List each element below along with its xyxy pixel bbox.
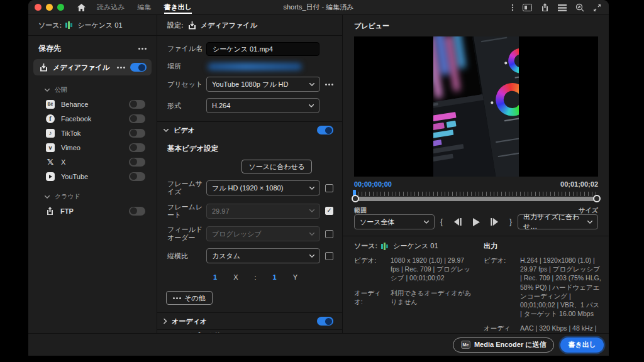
out-point-handle[interactable] xyxy=(593,195,601,202)
source-video-info: 1080 x 1920 (1.0) | 29.97 fps | Rec. 709… xyxy=(391,256,472,283)
frame-size-checkbox[interactable] xyxy=(325,184,333,192)
aspect-ratio-dropdown[interactable]: カスタム xyxy=(206,248,320,263)
preset-dropdown[interactable]: YouTube 1080p フル HD xyxy=(206,77,320,92)
location-link-redacted[interactable] xyxy=(208,63,302,70)
transport-controls: { } xyxy=(435,217,518,226)
sequence-icon xyxy=(381,243,389,250)
frame-rate-checkbox[interactable] xyxy=(325,207,333,215)
publish-group-header[interactable]: 公開 xyxy=(28,77,157,97)
send-to-media-encoder-button[interactable]: Media Encoder に送信 xyxy=(453,337,555,353)
match-source-button[interactable]: ソースに合わせる xyxy=(242,160,312,173)
tiktok-toggle[interactable] xyxy=(129,129,145,138)
more-dots-icon xyxy=(173,297,181,299)
home-icon xyxy=(77,4,86,11)
timecode-row: 00;00;00;00 00;01;00;02 xyxy=(354,180,598,188)
frame-rate-dropdown[interactable]: 29.97 xyxy=(206,204,320,219)
close-window-button[interactable] xyxy=(35,4,42,11)
premiere-export-window: 読み込み 編集 書き出し shorts_日付 - 編集済み xyxy=(28,0,609,356)
format-dropdown[interactable]: H.264 xyxy=(206,98,319,113)
ftp-toggle[interactable] xyxy=(129,207,145,216)
vimeo-toggle[interactable] xyxy=(129,143,145,152)
timeline-ruler[interactable] xyxy=(354,192,598,196)
youtube-toggle[interactable] xyxy=(129,172,145,181)
chevron-down-icon xyxy=(309,187,314,190)
queue-list-icon[interactable] xyxy=(558,4,567,11)
chevron-down-icon xyxy=(309,83,314,86)
facebook-label: Facebook xyxy=(61,115,123,123)
field-order-checkbox[interactable] xyxy=(325,230,333,238)
set-out-point-icon[interactable]: } xyxy=(509,217,512,226)
zoom-window-button[interactable] xyxy=(57,4,64,11)
vimeo-icon xyxy=(46,143,55,152)
aspect-y-input[interactable]: 1 xyxy=(273,273,277,281)
media-file-label: メディアファイル xyxy=(53,63,112,72)
range-dropdown[interactable]: ソース全体 xyxy=(354,214,435,229)
tab-edit[interactable]: 編集 xyxy=(138,0,152,14)
preview-panel: プレビュー xyxy=(343,15,609,333)
chevron-down-icon xyxy=(164,129,169,132)
summary-source-label: ソース: xyxy=(354,241,377,251)
in-point-handle[interactable] xyxy=(352,195,359,202)
titlebar: 読み込み 編集 書き出し shorts_日付 - 編集済み xyxy=(28,0,609,15)
set-in-point-icon[interactable]: { xyxy=(440,217,443,226)
aspect-ratio-checkbox[interactable] xyxy=(325,252,333,260)
tab-import[interactable]: 読み込み xyxy=(97,0,125,14)
destination-behance[interactable]: Behance xyxy=(28,97,157,111)
play-icon[interactable] xyxy=(472,218,480,226)
video-toggle[interactable] xyxy=(317,126,333,134)
aspect-y-unit: Y xyxy=(293,273,297,281)
facebook-toggle[interactable] xyxy=(129,114,145,123)
current-timecode: 00;00;00;00 xyxy=(354,180,392,188)
youtube-label: YouTube xyxy=(61,173,123,180)
size-value: 出力サイズに合わせ… xyxy=(523,212,587,231)
home-button[interactable] xyxy=(77,4,86,11)
destination-tiktok[interactable]: TikTok xyxy=(28,126,157,140)
progressive-zoom-icon[interactable] xyxy=(575,3,584,12)
audio-section-row[interactable]: オーディオ xyxy=(157,313,342,329)
zoom-size-dropdown[interactable]: 出力サイズに合わせ… xyxy=(518,214,598,229)
ftp-label: FTP xyxy=(60,207,123,215)
filename-row: ファイル名 xyxy=(157,42,342,56)
more-settings-button[interactable]: その他 xyxy=(166,291,213,305)
kebab-menu-icon[interactable] xyxy=(511,4,514,11)
audio-section-label: オーディオ xyxy=(172,317,312,326)
media-file-more-icon[interactable] xyxy=(117,67,125,69)
location-row: 場所 xyxy=(157,62,342,70)
destination-ftp[interactable]: FTP xyxy=(28,204,157,218)
preset-more-icon[interactable] xyxy=(325,84,333,85)
media-file-toggle[interactable] xyxy=(130,63,147,72)
youtube-icon xyxy=(46,172,55,181)
export-button[interactable]: 書き出し xyxy=(560,337,604,353)
frame-size-dropdown[interactable]: フル HD (1920 × 1080) xyxy=(206,180,320,195)
tiktok-label: TikTok xyxy=(61,129,123,137)
media-encoder-icon xyxy=(461,341,470,349)
settings-destination-name: メディアファイル xyxy=(201,21,257,30)
behance-icon xyxy=(46,100,55,109)
range-scrubber[interactable] xyxy=(354,197,598,201)
destinations-sidebar: ソース: シーケンス 01 保存先 メディアファイル 公開 xyxy=(28,15,157,333)
audio-toggle[interactable] xyxy=(317,317,333,326)
destination-youtube[interactable]: YouTube xyxy=(28,169,157,184)
workspace-panel-icon[interactable] xyxy=(523,4,532,11)
field-order-dropdown[interactable]: プログレッシブ xyxy=(206,226,320,241)
source-label: ソース: xyxy=(38,21,62,30)
fullscreen-icon[interactable] xyxy=(593,4,601,12)
step-forward-icon[interactable] xyxy=(491,218,499,226)
aspect-ratio-row: 縦横比 カスタム xyxy=(157,248,342,263)
behance-toggle[interactable] xyxy=(129,100,145,109)
destination-vimeo[interactable]: Vimeo xyxy=(28,140,157,155)
share-export-icon[interactable] xyxy=(541,3,549,12)
destinations-more-icon[interactable] xyxy=(138,48,147,50)
cloud-group-header[interactable]: クラウド xyxy=(28,184,157,204)
x-toggle[interactable] xyxy=(129,158,145,167)
destination-media-file[interactable]: メディアファイル xyxy=(33,59,152,75)
video-section-row[interactable]: ビデオ xyxy=(157,122,342,138)
tab-export[interactable]: 書き出し xyxy=(164,0,192,14)
step-back-icon[interactable] xyxy=(453,218,462,226)
duration-timecode: 00;01;00;02 xyxy=(560,180,598,188)
destination-facebook[interactable]: Facebook xyxy=(28,111,157,126)
filename-input[interactable] xyxy=(206,42,319,56)
aspect-x-input[interactable]: 1 xyxy=(213,273,217,281)
destination-x[interactable]: X xyxy=(28,155,157,169)
minimize-window-button[interactable] xyxy=(46,4,53,11)
